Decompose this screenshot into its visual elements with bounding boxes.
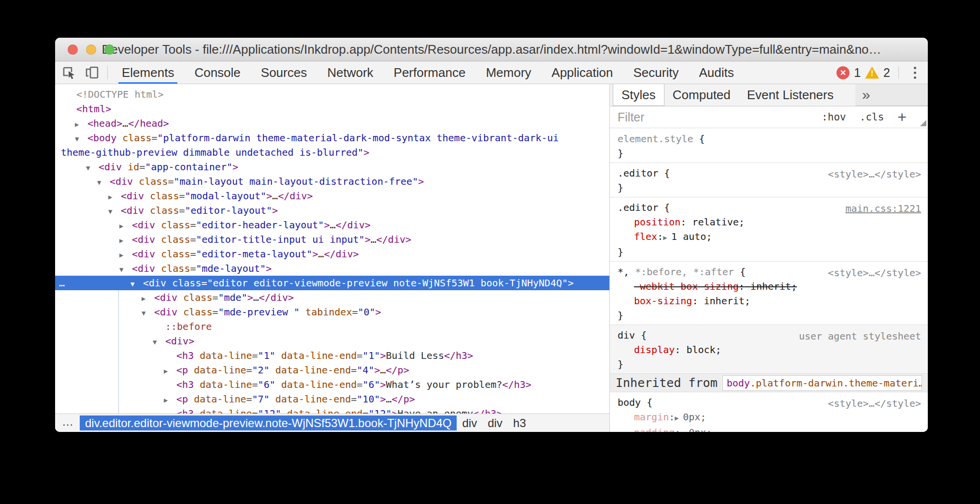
breadcrumb-item[interactable]: div: [457, 415, 482, 430]
sidebar-tab-computed[interactable]: Computed: [664, 84, 739, 106]
minimize-window-button[interactable]: [86, 44, 96, 55]
breadcrumb-item[interactable]: div: [482, 415, 508, 430]
rule-source-link[interactable]: main.css:1221: [845, 201, 921, 216]
dom-tree-row[interactable]: <!DOCTYPE html>: [55, 87, 609, 102]
expand-arrow-right-icon[interactable]: ▶: [119, 233, 132, 248]
tab-elements[interactable]: Elements: [112, 61, 184, 84]
toggle-cls[interactable]: .cls: [860, 111, 884, 123]
code-token-tag: </div>: [278, 190, 313, 202]
property-colon: :: [669, 411, 675, 423]
dom-tree-row[interactable]: ▶<div class="editor-meta-layout">…</div>: [55, 247, 609, 261]
expand-arrow-down-icon[interactable]: ▼: [153, 335, 165, 349]
dom-tree-row[interactable]: ▶<div class="modal-layout">…</div>: [55, 189, 609, 203]
code-token-tag: >: [380, 350, 386, 361]
dom-tree-row[interactable]: <h3 data-line="6" data-line-end="6">What…: [55, 377, 609, 392]
rule-source-link[interactable]: <style>…</style>: [828, 396, 921, 411]
tab-performance[interactable]: Performance: [384, 61, 476, 84]
code-token-eq: =: [151, 132, 157, 144]
code-token-attr: .platform-darwin.theme-materi…: [750, 377, 922, 389]
expand-arrow-right-icon[interactable]: ▶: [164, 393, 176, 407]
expand-arrow-down-icon[interactable]: ▼: [142, 306, 154, 320]
breadcrumb-item[interactable]: h3: [508, 415, 532, 430]
dom-tree-row[interactable]: ▶<p data-line="7" data-line-end="10">…</…: [55, 392, 609, 406]
dom-tree-row[interactable]: <html>: [55, 102, 609, 116]
code-token-attr: class: [144, 190, 179, 202]
tab-network[interactable]: Network: [317, 61, 383, 84]
expand-arrow-down-icon[interactable]: ▼: [97, 175, 110, 190]
expand-arrow-down-icon[interactable]: ▼: [75, 132, 87, 146]
tab-security[interactable]: Security: [623, 61, 689, 84]
expand-arrow-right-icon[interactable]: ▶: [119, 219, 132, 233]
close-window-button[interactable]: [68, 44, 78, 55]
dom-tree-row[interactable]: ▶<p data-line="2" data-line-end="4">…</p…: [55, 363, 609, 377]
tab-overflow-chevrons-icon[interactable]: »: [855, 87, 896, 103]
sidebar-tab-event-listeners[interactable]: Event Listeners: [739, 84, 842, 106]
expand-arrow-down-icon[interactable]: ▼: [108, 204, 121, 219]
sidebar-tab-styles[interactable]: Styles: [613, 84, 664, 106]
expand-arrow-right-icon[interactable]: ▶: [142, 291, 154, 306]
css-property[interactable]: display: block;: [618, 342, 920, 357]
tab-sources[interactable]: Sources: [251, 61, 317, 84]
expand-arrow-down-icon[interactable]: ▼: [130, 277, 143, 291]
expand-arrow-right-icon[interactable]: ▶: [164, 364, 176, 378]
code-token-attr: data-line: [188, 393, 246, 405]
zoom-window-button[interactable]: [104, 44, 115, 55]
styles-filter-input[interactable]: Filter: [618, 110, 645, 124]
expand-value-arrow-icon[interactable]: ▶: [663, 234, 671, 241]
css-property[interactable]: position: relative;: [618, 215, 920, 229]
expand-value-arrow-icon[interactable]: ▶: [675, 414, 683, 422]
css-property[interactable]: box-sizing: inherit;: [618, 294, 920, 308]
dom-tree-row[interactable]: ▼<div id="app-container">: [55, 160, 609, 174]
rule-source-link[interactable]: <style>…</style>: [828, 167, 921, 181]
new-style-rule-button[interactable]: +: [897, 108, 907, 126]
rule-source-link[interactable]: <style>…</style>: [828, 266, 921, 280]
tab-audits[interactable]: Audits: [689, 61, 744, 84]
dom-tree-row[interactable]: ▼<body class="platform-darwin theme-mate…: [55, 131, 609, 145]
expand-arrow-right-icon[interactable]: ▶: [108, 190, 121, 204]
inspect-element-icon[interactable]: [60, 63, 78, 82]
css-property[interactable]: margin:▶ 0px;: [618, 410, 920, 425]
tab-memory[interactable]: Memory: [476, 61, 541, 84]
dom-tree-row[interactable]: ▶<head>…</head>: [55, 116, 609, 131]
property-semicolon: ;: [700, 411, 706, 423]
dom-tree-row[interactable]: ▶<div class="editor-title-input ui input…: [55, 232, 609, 247]
dom-tree-row[interactable]: ▼<div class="editor-layout">: [55, 203, 609, 218]
dom-tree-row[interactable]: theme-github-preview dimmable undetached…: [55, 145, 609, 160]
toggle-hov[interactable]: :hov: [821, 111, 846, 123]
dom-tree-row[interactable]: ▼<div class="mde-preview " tabindex="0">: [55, 305, 609, 319]
code-token-plain: .editor: [618, 202, 658, 213]
dom-tree-row[interactable]: ▼<div>: [55, 334, 609, 348]
expand-arrow-right-icon[interactable]: ▶: [75, 117, 87, 132]
warning-icon: [865, 67, 879, 79]
css-property[interactable]: padding:▶ 0px;: [618, 425, 920, 432]
dom-tree-row[interactable]: ▼<div class="mde-layout">: [55, 261, 609, 276]
expand-arrow-down-icon[interactable]: ▼: [119, 262, 132, 277]
rule-source-link[interactable]: user agent stylesheet: [799, 329, 921, 343]
tab-application[interactable]: Application: [541, 61, 623, 84]
dom-tree-row[interactable]: ▶<div class="editor-header-layout">…</di…: [55, 218, 609, 232]
toggle-device-toolbar-icon[interactable]: [83, 63, 101, 82]
dom-tree-row[interactable]: <h3 data-line="1" data-line-end="1">Buil…: [55, 348, 609, 363]
css-property[interactable]: flex:▶ 1 auto;: [618, 229, 920, 245]
dom-tree-row[interactable]: ::before: [55, 319, 609, 334]
css-property[interactable]: -webkit-box-sizing: inherit;: [618, 279, 920, 294]
tab-console[interactable]: Console: [184, 61, 250, 84]
expand-value-arrow-icon[interactable]: ▶: [680, 430, 689, 432]
more-options-kebab-icon[interactable]: [912, 65, 918, 81]
dom-tree-row[interactable]: ▼<div class="main-layout main-layout-dis…: [55, 174, 609, 189]
overflow-ellipsis[interactable]: …: [59, 276, 65, 290]
issue-badges[interactable]: 1 2: [836, 66, 890, 80]
expand-arrow-down-icon[interactable]: ▼: [86, 161, 99, 175]
breadcrumb-overflow[interactable]: …: [55, 414, 80, 432]
titlebar[interactable]: Developer Tools - file:///Applications/I…: [55, 38, 928, 61]
dom-tree-row-selected[interactable]: …▼<div class="editor editor-viewmode-pre…: [55, 276, 609, 290]
expand-arrow-right-icon[interactable]: ▶: [119, 248, 132, 262]
inherited-node-link[interactable]: body.platform-darwin.theme-materi…: [722, 375, 922, 391]
dom-tree-row[interactable]: <h3 data-line="12" data-line-end="12">Ha…: [55, 406, 609, 414]
code-token-tag: >: [380, 379, 386, 390]
property-colon: :: [675, 427, 680, 432]
rule-selector[interactable]: element.style {: [618, 132, 920, 146]
breadcrumb-item[interactable]: div.editor.editor-viewmode-preview.note-…: [80, 415, 457, 430]
resize-corner-icon[interactable]: [920, 120, 926, 126]
dom-tree-row[interactable]: ▶<div class="mde">…</div>: [55, 290, 609, 305]
